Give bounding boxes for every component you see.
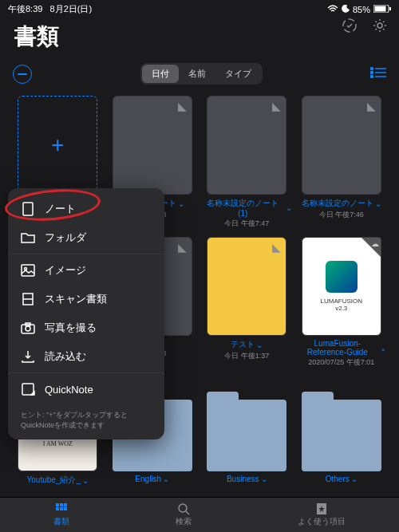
svg-rect-24 [56,507,59,510]
folder-tile[interactable]: Business [202,376,292,486]
doc-name[interactable]: Youtube_紹介_ [27,475,89,486]
folder-tile[interactable]: Others [297,376,387,486]
doc-date: 今日 午後1:37 [224,351,269,361]
list-view-button[interactable] [370,67,386,81]
svg-rect-13 [22,265,34,276]
status-bar: 午後8:39 8月2日(日) 85% [0,0,399,18]
svg-point-27 [179,504,187,512]
seg-date[interactable]: 日付 [142,65,179,83]
svg-rect-2 [389,7,391,10]
svg-rect-25 [60,507,63,510]
svg-rect-12 [23,203,33,215]
status-time: 午後8:39 [8,4,42,14]
tab-search[interactable]: 検索 [176,502,192,527]
doc-name[interactable]: テスト [224,339,269,350]
menu-camera[interactable]: 写真を撮る [8,313,164,342]
svg-point-14 [25,268,27,270]
add-menu-popup: ノート フォルダ イメージ スキャン書類 写真を撮る 読み込む QuickNot… [8,188,164,439]
doc-tile[interactable]: ◣ 名称未設定のノート (1)今日 午後7:47 [202,96,292,229]
doc-tile[interactable]: LUMAFUSIONv2.3 LumaFusion-Reference-Guid… [297,237,387,368]
svg-point-8 [371,72,373,74]
menu-label: QuickNote [45,384,93,396]
svg-point-6 [371,68,373,70]
svg-rect-20 [22,384,34,395]
bookmark-icon: ◣ [367,100,376,112]
menu-label: スキャン書類 [45,292,107,306]
doc-date: 2020/07/25 午後7:01 [297,357,387,368]
seg-type[interactable]: タイプ [215,65,261,83]
tab-documents[interactable]: 書類 [53,502,69,527]
svg-rect-26 [64,507,67,510]
battery-icon [373,5,391,14]
svg-rect-22 [60,503,63,506]
doc-date: 今日 午後7:47 [202,219,292,229]
svg-rect-23 [64,503,67,506]
sync-icon[interactable] [342,18,358,36]
svg-point-10 [371,76,373,78]
menu-label: ノート [45,202,76,216]
bookmark-icon: ◣ [272,241,281,254]
doc-name[interactable]: Business [227,475,267,483]
page-title: 書類 [0,18,399,58]
doc-name[interactable]: Others [326,475,358,483]
menu-folder[interactable]: フォルダ [8,223,164,252]
menu-import[interactable]: 読み込む [8,342,164,371]
status-date: 8月2日(日) [50,4,93,14]
menu-hint: ヒント: "+"をダブルタップするとQuickNoteを作成できます [8,404,164,433]
svg-rect-5 [18,73,27,75]
svg-rect-21 [56,503,59,506]
plus-icon[interactable]: + [18,96,97,195]
gear-icon[interactable] [372,18,388,36]
collapse-button[interactable] [13,65,32,84]
doc-name[interactable]: LumaFusion-Reference-Guide [297,339,387,357]
menu-label: 読み込む [45,349,86,364]
dnd-icon [342,5,350,14]
menu-image[interactable]: イメージ [8,256,164,285]
svg-point-18 [26,326,30,331]
sort-segmented[interactable]: 日付 名前 タイプ [140,63,263,85]
wifi-icon [327,5,338,14]
doc-tile[interactable]: ◣ 名称未設定のノート今日 午後7:46 [297,96,387,229]
menu-label: イメージ [45,263,86,278]
menu-scan[interactable]: スキャン書類 [8,285,164,313]
doc-tile[interactable]: ◣ テスト今日 午後1:37 [202,237,292,368]
doc-name[interactable]: English [135,475,169,483]
svg-point-4 [377,23,382,28]
doc-name[interactable]: 名称未設定のノート [302,198,381,209]
bookmark-icon: ◣ [178,241,187,254]
menu-quicknote[interactable]: QuickNote [8,375,164,404]
bottom-tab-bar: 書類 検索 よく使う項目 [0,497,399,532]
battery-pct: 85% [353,5,370,14]
seg-name[interactable]: 名前 [179,65,215,83]
menu-note[interactable]: ノート [8,195,164,223]
svg-line-28 [186,511,189,514]
tab-favorites[interactable]: よく使う項目 [298,502,346,527]
doc-name[interactable]: 名称未設定のノート (1) [202,198,292,218]
svg-rect-1 [375,6,386,11]
cloud-download-icon [361,238,381,257]
doc-date: 今日 午後7:46 [302,210,381,220]
bookmark-icon: ◣ [178,100,187,112]
menu-label: フォルダ [45,231,86,245]
bookmark-icon: ◣ [272,100,281,112]
menu-label: 写真を撮る [45,321,97,335]
